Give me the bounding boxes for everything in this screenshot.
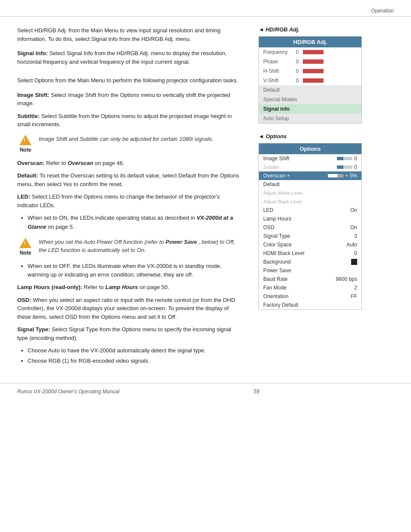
frequency-bar: [303, 50, 324, 54]
phase-bar: [303, 59, 324, 64]
intro-paragraph: Select HD/RGB Adj. from the Main Menu to…: [17, 26, 242, 43]
options-title-text: ◄ Options: [258, 133, 287, 140]
left-column: Select HD/RGB Adj. from the Main Menu to…: [0, 17, 254, 379]
main-content: Select HD/RGB Adj. from the Main Menu to…: [0, 17, 411, 379]
subtitle-text: Select Subtitle from the Options menu to…: [17, 113, 232, 128]
overscan-suffix: on page 46.: [95, 160, 125, 166]
background-opt-value: [351, 259, 357, 265]
options-menu-section: ◄ Options Options Image Shift 0 Subti: [258, 133, 366, 310]
frequency-label: Frequency: [263, 49, 293, 55]
opt-row-osd[interactable]: OSD On: [259, 223, 361, 232]
subtitle-slider: [337, 165, 352, 169]
default-heading: Default:: [17, 172, 38, 179]
color-space-opt-value: Auto: [346, 242, 357, 248]
footer-left: Runco VX-2000d Owner's Operating Manual: [17, 389, 119, 395]
opt-row-orientation[interactable]: Orientation FF: [259, 292, 361, 301]
opt-row-overscan[interactable]: Overscan + + 5%: [259, 171, 361, 180]
opt-row-factory-default[interactable]: Factory Default: [259, 301, 361, 309]
menu-row-signal-info[interactable]: Signal info: [259, 104, 361, 114]
osd-section: OSD: When you select an aspect ratio or …: [17, 296, 242, 321]
menu-row-vshift[interactable]: V-Shift 0: [259, 76, 361, 85]
power-save-link: Power Save: [165, 239, 197, 245]
default-opt-label: Default: [263, 181, 357, 187]
hd-rgb-menu-header: HD/RGB Adj.: [259, 37, 361, 47]
opt-row-adjust-black: Adjust Black Level: [259, 197, 361, 206]
header-label: Operation: [371, 8, 394, 14]
signal-type-section: Signal Type: Select Signal Type from the…: [17, 325, 242, 342]
options-title: ◄ Options: [258, 133, 366, 140]
menu-row-special-modes[interactable]: Special Modes: [259, 95, 361, 104]
opt-row-image-shift[interactable]: Image Shift 0: [259, 154, 361, 163]
opt-row-hdmi-black[interactable]: HDMI Black Level 0: [259, 249, 361, 258]
warning-icon-2: [19, 238, 31, 248]
osd-text: When you select an aspect ratio or input…: [17, 297, 235, 320]
opt-row-fan-mode[interactable]: Fan Mode 2: [259, 283, 361, 292]
orientation-opt-label: Orientation: [263, 293, 351, 299]
opt-row-default-options[interactable]: Default: [259, 180, 361, 189]
led-bullet-2: When set to OFF, the LEDs illuminate whe…: [28, 262, 242, 280]
lamp-hours-heading: Lamp Hours (read-only):: [17, 284, 82, 290]
overscan-value: + 5%: [345, 173, 357, 179]
image-shift-bar: [337, 157, 352, 160]
right-column: ◄ HD/RGB Adj. HD/RGB Adj. Frequency 0 Ph…: [254, 17, 375, 379]
led-section: LED: Select LED from the Options menu to…: [17, 193, 242, 209]
image-shift-section: Image Shift: Select Image Shift from the…: [17, 91, 242, 108]
led-opt-label: LED: [263, 207, 350, 213]
footer-center: 59: [254, 389, 259, 395]
opt-row-subtitle[interactable]: Subtitle 0: [259, 163, 361, 171]
signal-type-bullets: Choose Auto to have the VX-2000d automat…: [28, 346, 242, 366]
hdmi-black-opt-value: 0: [354, 250, 357, 256]
opt-row-color-space[interactable]: Color Space Auto: [259, 240, 361, 249]
vshift-bar: [303, 78, 324, 83]
warning-icon-1: [19, 135, 31, 145]
factory-default-opt-label: Factory Default: [263, 302, 357, 308]
lamp-hours-opt-label: Lamp Hours: [263, 216, 357, 222]
frequency-value: 0: [293, 49, 301, 55]
vshift-label: V-Shift: [263, 78, 293, 84]
orientation-opt-value: FF: [351, 293, 357, 299]
osd-heading: OSD:: [17, 297, 31, 303]
subtitle-value: 0: [354, 164, 357, 170]
overscan-text: Refer to Overscan on page 46.: [46, 160, 124, 166]
led-opt-value: On: [350, 207, 357, 213]
hd-rgb-menu-section: ◄ HD/RGB Adj. HD/RGB Adj. Frequency 0 Ph…: [258, 26, 366, 124]
baud-rate-opt-label: Baud Rate: [263, 276, 336, 282]
note-box-1: Note Image Shift and Subtitle can only b…: [17, 135, 242, 153]
opt-row-signal-type[interactable]: Signal Type 3: [259, 232, 361, 240]
menu-row-auto-setup[interactable]: Auto Setup: [259, 114, 361, 123]
led-bullets: When set to ON, the LEDs indicate operat…: [28, 214, 242, 232]
fan-mode-opt-value: 2: [354, 285, 357, 291]
menu-row-phase[interactable]: Phase 0: [259, 57, 361, 66]
overscan-link: Overscan: [68, 160, 93, 166]
signal-info-section: Signal Info: Select Signal Info from the…: [17, 49, 242, 66]
subtitle-section: Subtitle: Select Subtitle from the Optio…: [17, 112, 242, 129]
fan-mode-opt-label: Fan Mode: [263, 285, 354, 291]
opt-row-led[interactable]: LED On: [259, 206, 361, 215]
opt-row-lamp-hours[interactable]: Lamp Hours: [259, 215, 361, 223]
menu-row-hshift[interactable]: H-Shift 0: [259, 66, 361, 76]
signal-type-opt-value: 3: [354, 233, 357, 239]
background-opt-label: Background: [263, 259, 351, 265]
color-space-opt-label: Color Space: [263, 242, 346, 248]
lamp-hours-text: Refer to Lamp Hours on page 50.: [84, 284, 169, 290]
opt-row-adjust-white: Adjust White Level: [259, 189, 361, 197]
subtitle-heading: Subtitle:: [17, 113, 40, 119]
options-intro: Select Options from the Main Menu to per…: [17, 76, 242, 85]
menu-row-default[interactable]: Default: [259, 85, 361, 95]
subtitle-bar: [337, 165, 352, 169]
opt-row-background[interactable]: Background: [259, 258, 361, 266]
page-container: Operation Select HD/RGB Adj. from the Ma…: [0, 0, 411, 532]
overscan-bar: [328, 174, 343, 177]
default-text: To reset the Overscan setting to its def…: [17, 172, 239, 187]
hshift-value: 0: [293, 68, 301, 74]
page-header: Operation: [0, 0, 411, 17]
note-box-2: Note When you set the Auto Power Off fun…: [17, 238, 242, 256]
default-label: Default: [263, 87, 280, 93]
signal-info-heading: Signal Info:: [17, 50, 48, 56]
hshift-label: H-Shift: [263, 68, 293, 74]
note-text-1: Image Shift and Subtitle can only be adj…: [39, 135, 213, 143]
background-color-square: [351, 259, 357, 265]
opt-row-baud-rate[interactable]: Baud Rate 9600 bps: [259, 275, 361, 283]
opt-row-power-save[interactable]: Power Save: [259, 266, 361, 275]
menu-row-frequency[interactable]: Frequency 0: [259, 47, 361, 57]
